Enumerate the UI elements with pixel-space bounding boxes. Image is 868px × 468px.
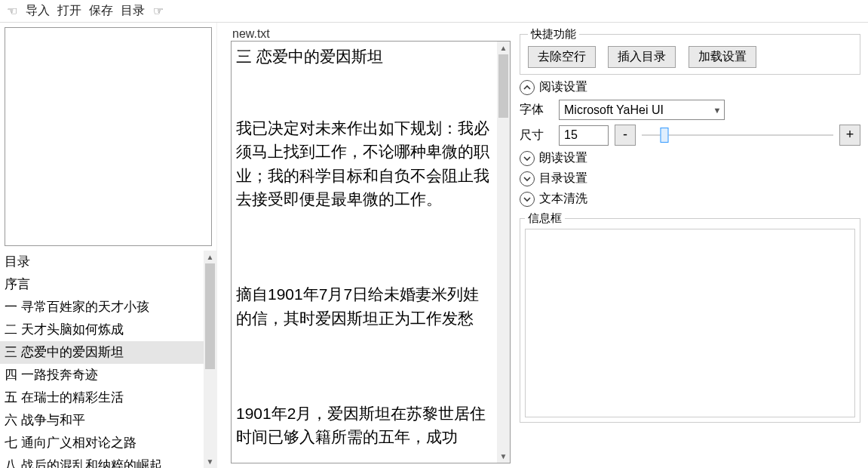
info-box-legend: 信息框 [525,211,565,226]
size-slider[interactable] [642,128,833,143]
size-input[interactable] [559,125,609,146]
size-label: 尺寸 [520,128,553,143]
filename-label: new.txt [231,27,511,41]
toc-item[interactable]: 三 恋爱中的爱因斯坦 [0,341,204,364]
strip-blank-button[interactable]: 去除空行 [528,46,596,68]
preview-box [5,27,212,246]
toc-item[interactable]: 目录 [0,251,204,273]
toc-list[interactable]: 目录序言一 寻常百姓家的天才小孩二 天才头脑如何炼成三 恋爱中的爱因斯坦四 一路… [0,251,204,468]
insert-toc-button[interactable]: 插入目录 [608,46,676,68]
left-panel: 目录序言一 寻常百姓家的天才小孩二 天才头脑如何炼成三 恋爱中的爱因斯坦四 一路… [0,23,217,468]
chevron-down-icon: ▼ [710,106,724,115]
scroll-down-icon[interactable]: ▼ [497,450,510,463]
toc-item[interactable]: 序言 [0,273,204,296]
size-minus-button[interactable]: - [615,125,636,146]
menu-save[interactable]: 保存 [87,3,115,19]
menu-open[interactable]: 打开 [56,3,83,19]
toc-item[interactable]: 五 在瑞士的精彩生活 [0,386,204,409]
section-read-settings[interactable]: 阅读设置 [520,79,860,95]
toc-item[interactable]: 八 战后的混乱和纳粹的崛起 [0,454,204,468]
scroll-up-icon[interactable]: ▲ [204,251,216,263]
hand-left-icon[interactable]: ☜ [5,4,20,18]
scroll-thumb[interactable] [205,263,215,369]
section-text-clean[interactable]: 文本清洗 [520,191,860,207]
chevron-up-icon [520,80,535,95]
section-speech-settings[interactable]: 朗读设置 [520,150,860,166]
toc-item[interactable]: 七 通向广义相对论之路 [0,432,204,454]
slider-knob[interactable] [661,128,669,143]
editor-scrollbar[interactable]: ▲ ▼ [497,42,510,463]
hand-right-icon[interactable]: ☞ [151,4,166,18]
toc-item[interactable]: 四 一路投奔奇迹 [0,364,204,386]
section-label: 朗读设置 [539,150,587,166]
font-value: Microsoft YaHei UI [564,103,710,117]
load-settings-button[interactable]: 加载设置 [689,46,756,68]
top-toolbar: ☜ 导入 打开 保存 目录 ☞ [0,0,868,23]
font-label: 字体 [520,102,553,118]
settings-panel: 快捷功能 去除空行 插入目录 加载设置 阅读设置 字体 Microsoft Ya… [515,23,868,468]
font-combobox[interactable]: Microsoft YaHei UI ▼ [559,100,725,120]
chevron-down-icon [520,151,535,166]
section-label: 目录设置 [539,171,587,186]
quick-actions-legend: 快捷功能 [528,27,579,42]
toc-item[interactable]: 二 天才头脑如何炼成 [0,319,204,341]
scroll-down-icon[interactable]: ▼ [204,455,216,468]
scroll-up-icon[interactable]: ▲ [497,42,510,54]
size-plus-button[interactable]: + [839,125,860,146]
info-box-group: 信息框 [520,211,860,423]
toc-item[interactable]: 六 战争与和平 [0,409,204,432]
section-toc-settings[interactable]: 目录设置 [520,171,860,186]
chevron-down-icon [520,192,535,207]
section-label: 阅读设置 [539,79,587,95]
menu-import[interactable]: 导入 [24,3,51,19]
menu-toc[interactable]: 目录 [119,3,146,19]
info-box[interactable] [525,229,855,417]
toc-item[interactable]: 一 寻常百姓家的天才小孩 [0,296,204,319]
chevron-down-icon [520,171,535,186]
scroll-thumb[interactable] [498,54,508,118]
quick-actions-group: 快捷功能 去除空行 插入目录 加载设置 [520,27,860,75]
editor-panel: new.txt 三 恋爱中的爱因斯坦 我已决定对未来作出如下规划：我必须马上找到… [217,23,515,468]
section-label: 文本清洗 [539,191,587,207]
content-textarea[interactable]: 三 恋爱中的爱因斯坦 我已决定对未来作出如下规划：我必须马上找到工作，不论哪种卑… [232,42,497,463]
toc-scrollbar[interactable]: ▲ ▼ [204,251,216,468]
